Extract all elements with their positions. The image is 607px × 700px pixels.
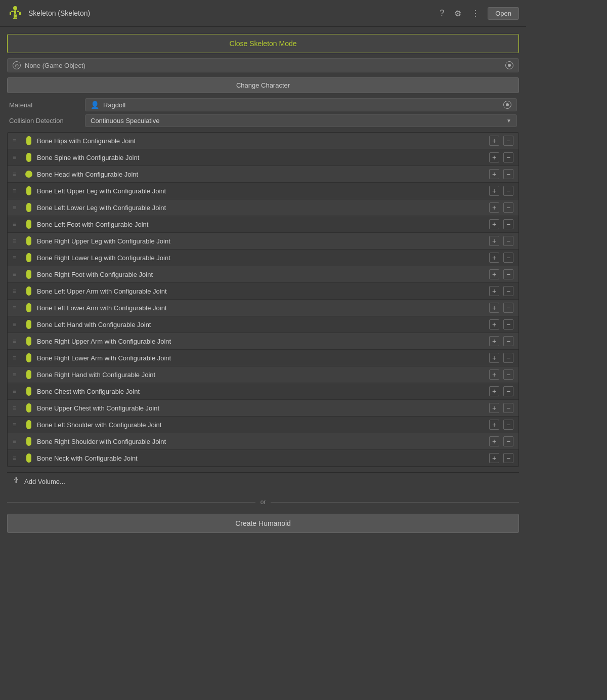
bone-row: ≡ Bone Left Shoulder with Configurable J… (8, 417, 518, 433)
capsule-icon (26, 270, 31, 279)
drag-handle-icon: ≡ (13, 221, 21, 228)
bone-remove-button[interactable]: − (503, 152, 513, 162)
bone-remove-button[interactable]: − (503, 336, 513, 346)
bone-add-button[interactable]: + (489, 186, 499, 196)
bone-name: Bone Spine with Configurable Joint (37, 154, 485, 161)
bone-remove-button[interactable]: − (503, 303, 513, 313)
collision-value: Continuous Speculative (91, 117, 160, 125)
bone-actions: + − (489, 453, 513, 463)
bone-remove-button[interactable]: − (503, 236, 513, 246)
capsule-icon (26, 136, 31, 145)
bone-name: Bone Right Shoulder with Configurable Jo… (37, 438, 485, 445)
bone-remove-button[interactable]: − (503, 386, 513, 396)
bone-add-button[interactable]: + (489, 303, 499, 313)
chevron-down-icon: ▼ (506, 118, 511, 123)
bone-icon (25, 152, 33, 162)
bone-name: Bone Right Hand with Configurable Joint (37, 371, 485, 379)
svg-rect-9 (15, 18, 17, 19)
header-title: Skeleton (Skeleton) (28, 9, 90, 17)
bone-add-button[interactable]: + (489, 403, 499, 413)
bone-row: ≡ Bone Right Lower Leg with Configurable… (8, 250, 518, 266)
open-button[interactable]: Open (488, 7, 519, 20)
properties-section: Material 👤 Ragdoll Collision Detection C… (7, 98, 519, 127)
bone-icon (25, 420, 33, 430)
drag-handle-icon: ≡ (13, 154, 21, 161)
bone-name: Bone Upper Chest with Configurable Joint (37, 404, 485, 412)
bone-icon (25, 253, 33, 263)
bone-row: ≡ Bone Left Lower Arm with Configurable … (8, 300, 518, 316)
bone-add-button[interactable]: + (489, 286, 499, 296)
change-character-button[interactable]: Change Character (7, 77, 519, 93)
svg-rect-11 (16, 479, 17, 481)
bone-row: ≡ Bone Left Upper Leg with Configurable … (8, 183, 518, 199)
bone-remove-button[interactable]: − (503, 436, 513, 446)
material-value-left: 👤 Ragdoll (91, 101, 125, 109)
bone-remove-button[interactable]: − (503, 403, 513, 413)
collision-dropdown[interactable]: Continuous Speculative ▼ (85, 114, 517, 127)
bone-add-button[interactable]: + (489, 369, 499, 380)
bone-add-button[interactable]: + (489, 202, 499, 213)
bone-remove-button[interactable]: − (503, 186, 513, 196)
bone-remove-button[interactable]: − (503, 420, 513, 430)
bone-remove-button[interactable]: − (503, 353, 513, 363)
bone-add-button[interactable]: + (489, 420, 499, 430)
bone-add-button[interactable]: + (489, 253, 499, 263)
bone-name: Bone Neck with Configurable Joint (37, 455, 485, 462)
svg-point-10 (15, 477, 17, 479)
bone-remove-button[interactable]: − (503, 369, 513, 380)
more-options-button[interactable]: ⋮ (469, 8, 482, 19)
bone-name: Bone Right Upper Leg with Configurable J… (37, 237, 485, 245)
capsule-icon (25, 171, 32, 178)
bone-remove-button[interactable]: − (503, 219, 513, 229)
skeleton-panel: Skeleton (Skeleton) ? ⚙ ⋮ Open Close Ske… (0, 0, 526, 540)
bone-row: ≡ Bone Right Upper Arm with Configurable… (8, 333, 518, 350)
drag-handle-icon: ≡ (13, 237, 21, 244)
bone-remove-button[interactable]: − (503, 286, 513, 296)
bone-name: Bone Right Lower Leg with Configurable J… (37, 254, 485, 262)
bone-remove-button[interactable]: − (503, 269, 513, 279)
or-text: or (261, 499, 266, 506)
capsule-icon (26, 454, 31, 463)
bone-add-button[interactable]: + (489, 336, 499, 346)
bone-actions: + − (489, 336, 513, 346)
bone-remove-button[interactable]: − (503, 453, 513, 463)
bone-add-button[interactable]: + (489, 319, 499, 330)
bone-add-button[interactable]: + (489, 453, 499, 463)
settings-button[interactable]: ⚙ (452, 8, 463, 19)
svg-rect-1 (14, 10, 16, 14)
bone-remove-button[interactable]: − (503, 202, 513, 213)
bone-icon (25, 202, 33, 213)
material-label: Material (9, 101, 80, 109)
capsule-icon (26, 370, 31, 379)
bone-row: ≡ Bone Right Lower Arm with Configurable… (8, 350, 518, 366)
material-value-field[interactable]: 👤 Ragdoll (85, 98, 517, 111)
capsule-icon (26, 337, 31, 346)
bone-add-button[interactable]: + (489, 169, 499, 179)
bone-add-button[interactable]: + (489, 269, 499, 279)
bone-add-button[interactable]: + (489, 236, 499, 246)
bone-actions: + − (489, 253, 513, 263)
bone-icon (25, 236, 33, 246)
target-icon[interactable] (505, 61, 513, 69)
game-object-left: ⊙ None (Game Object) (13, 61, 85, 69)
bone-icon (25, 303, 33, 313)
bone-add-button[interactable]: + (489, 386, 499, 396)
material-target-icon[interactable] (503, 101, 511, 109)
bone-add-button[interactable]: + (489, 219, 499, 229)
bone-add-button[interactable]: + (489, 436, 499, 446)
close-skeleton-mode-button[interactable]: Close Skeleton Mode (7, 34, 519, 53)
bone-icon (25, 453, 33, 463)
bone-icon (25, 136, 33, 146)
create-humanoid-button[interactable]: Create Humanoid (7, 514, 519, 533)
capsule-icon (26, 253, 31, 262)
bone-add-button[interactable]: + (489, 136, 499, 146)
bone-remove-button[interactable]: − (503, 136, 513, 146)
bone-add-button[interactable]: + (489, 353, 499, 363)
bone-add-button[interactable]: + (489, 152, 499, 162)
add-volume-row[interactable]: Add Volume... (7, 472, 519, 490)
bone-remove-button[interactable]: − (503, 253, 513, 263)
help-button[interactable]: ? (438, 8, 446, 19)
bone-remove-button[interactable]: − (503, 319, 513, 330)
bone-remove-button[interactable]: − (503, 169, 513, 179)
collision-row: Collision Detection Continuous Speculati… (9, 114, 517, 127)
